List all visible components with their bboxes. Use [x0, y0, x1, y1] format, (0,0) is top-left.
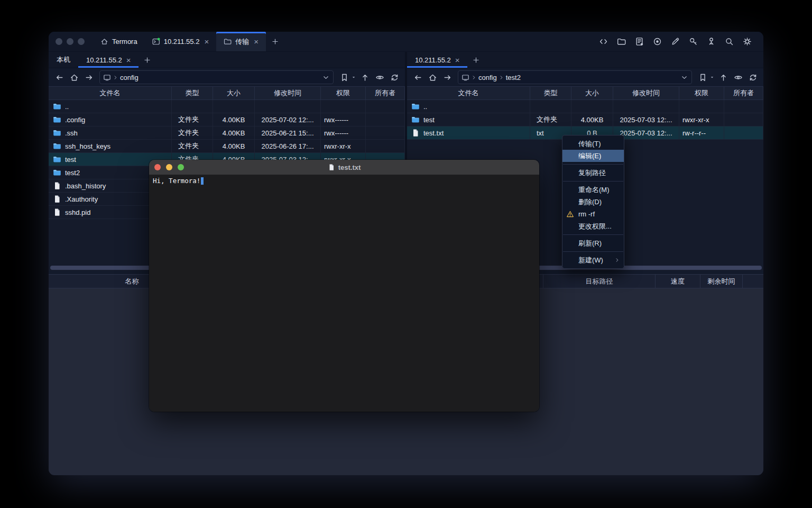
close-window-button[interactable]: [154, 164, 161, 170]
code-icon[interactable]: [597, 35, 610, 48]
new-panel-tab-button[interactable]: [139, 52, 155, 68]
editor-content[interactable]: Hi, Termora!: [149, 175, 539, 412]
path-segment[interactable]: config: [478, 74, 497, 81]
table-row[interactable]: ..: [49, 100, 405, 113]
close-icon[interactable]: ×: [126, 56, 131, 64]
menu-item-edit[interactable]: 编辑(E): [562, 150, 624, 162]
show-hidden-eye-icon[interactable]: [373, 71, 386, 84]
record-icon[interactable]: [651, 35, 664, 48]
close-icon[interactable]: ×: [254, 38, 259, 46]
tab-remote-host[interactable]: 10.211.55.2 ×: [407, 52, 467, 68]
bookmark-icon[interactable]: [696, 71, 709, 84]
titlebar-actions: [597, 32, 763, 51]
menu-item-rename[interactable]: 重命名(M): [562, 184, 624, 196]
path-breadcrumb[interactable]: config: [99, 70, 334, 84]
menu-item-change-permissions[interactable]: 更改权限...: [562, 220, 624, 232]
folder-icon: [53, 129, 61, 137]
transfer-column-remaining[interactable]: 剩余时间: [700, 275, 743, 288]
minimize-window-button[interactable]: [67, 38, 73, 45]
folder-outline-icon: [224, 38, 232, 46]
log-icon[interactable]: [633, 35, 646, 48]
column-header-perm[interactable]: 权限: [321, 87, 366, 99]
new-tab-button[interactable]: [266, 32, 285, 51]
menu-item-delete[interactable]: 删除(D): [562, 196, 624, 208]
path-segment[interactable]: config: [120, 74, 139, 81]
column-header-mtime[interactable]: 修改时间: [613, 87, 679, 99]
home-button[interactable]: [426, 71, 439, 84]
parent-directory-button[interactable]: [358, 71, 371, 84]
tab-label: 10.211.55.2: [415, 56, 451, 64]
settings-gear-icon[interactable]: [741, 35, 754, 48]
chevron-right-icon: [614, 257, 620, 263]
column-header-perm[interactable]: 权限: [679, 87, 724, 99]
column-header-owner[interactable]: 所有者: [366, 87, 405, 99]
transfer-column-target[interactable]: 目标路径: [543, 275, 656, 288]
keychain-icon[interactable]: [705, 35, 718, 48]
column-header-filename[interactable]: 文件名: [407, 87, 530, 99]
home-button[interactable]: [68, 71, 80, 84]
table-row[interactable]: .config 文件夹 4.00KB 2025-07-02 12:... rwx…: [49, 113, 405, 126]
transfer-column-speed[interactable]: 速度: [656, 275, 700, 288]
close-window-button[interactable]: [56, 38, 62, 45]
tab-label: 10.211.55.2: [164, 38, 200, 46]
refresh-icon[interactable]: [388, 71, 401, 84]
column-header-type[interactable]: 类型: [172, 87, 213, 99]
tab-remote-host[interactable]: 10.211.55.2 ×: [78, 52, 139, 68]
tab-termora[interactable]: Termora: [93, 32, 145, 51]
back-button[interactable]: [53, 71, 66, 84]
menu-item-new[interactable]: 新建(W): [562, 254, 624, 266]
menu-item-copy-path[interactable]: 复制路径: [562, 167, 624, 179]
file-icon: [328, 164, 335, 171]
table-row[interactable]: ..: [407, 100, 763, 113]
path-segment[interactable]: test2: [506, 74, 521, 81]
titlebar: Termora 10.211.55.2 × 传输 ×: [49, 32, 763, 52]
table-row[interactable]: test 文件夹 4.00KB 2025-07-03 12:... rwxr-x…: [407, 113, 763, 126]
folder-icon: [53, 102, 61, 111]
home-icon: [100, 38, 108, 46]
table-row[interactable]: ssh_host_keys 文件夹 4.00KB 2025-06-26 17:.…: [49, 140, 405, 153]
show-hidden-eye-icon[interactable]: [732, 71, 744, 84]
menu-item-transfer[interactable]: 传输(T): [562, 138, 624, 150]
new-panel-tab-button[interactable]: [467, 52, 484, 68]
path-breadcrumb[interactable]: config test2: [458, 70, 692, 84]
chevron-down-icon[interactable]: [680, 74, 688, 81]
parent-directory-button[interactable]: [717, 71, 730, 84]
editor-titlebar[interactable]: test.txt: [149, 160, 539, 175]
key-icon[interactable]: [687, 35, 700, 48]
column-header-type[interactable]: 类型: [530, 87, 571, 99]
back-button[interactable]: [411, 71, 424, 84]
file-icon: [53, 182, 61, 190]
close-icon[interactable]: ×: [204, 38, 209, 46]
chevron-right-icon: [471, 75, 477, 80]
chevron-down-icon[interactable]: [322, 74, 330, 81]
column-header-filename[interactable]: 文件名: [49, 87, 172, 99]
edit-icon[interactable]: [669, 35, 682, 48]
zoom-window-button[interactable]: [78, 38, 85, 45]
tab-local-machine[interactable]: 本机: [49, 52, 78, 68]
menu-item-rm-rf[interactable]: rm -rf: [562, 208, 624, 220]
warning-icon: [566, 210, 574, 218]
column-header-size[interactable]: 大小: [213, 87, 255, 99]
table-row[interactable]: .ssh 文件夹 4.00KB 2025-06-21 15:... rwx---…: [49, 126, 405, 140]
forward-button[interactable]: [441, 71, 454, 84]
caret-down-icon[interactable]: [709, 75, 715, 80]
column-header-size[interactable]: 大小: [571, 87, 613, 99]
column-header-mtime[interactable]: 修改时间: [255, 87, 321, 99]
chevron-right-icon: [499, 75, 504, 80]
search-icon[interactable]: [723, 35, 736, 48]
tab-transfer[interactable]: 传输 ×: [216, 32, 266, 51]
menu-item-refresh[interactable]: 刷新(R): [562, 237, 624, 249]
refresh-icon[interactable]: [746, 71, 759, 84]
tab-ssh-session[interactable]: 10.211.55.2 ×: [145, 32, 216, 51]
folder-icon[interactable]: [615, 35, 628, 48]
forward-button[interactable]: [82, 71, 95, 84]
caret-down-icon[interactable]: [351, 75, 356, 80]
folder-icon: [411, 115, 420, 124]
file-icon: [53, 195, 61, 203]
column-header-owner[interactable]: 所有者: [724, 87, 763, 99]
folder-icon: [53, 142, 61, 150]
close-icon[interactable]: ×: [455, 56, 460, 64]
zoom-window-button[interactable]: [178, 164, 184, 170]
bookmark-icon[interactable]: [338, 71, 350, 84]
minimize-window-button[interactable]: [166, 164, 172, 170]
